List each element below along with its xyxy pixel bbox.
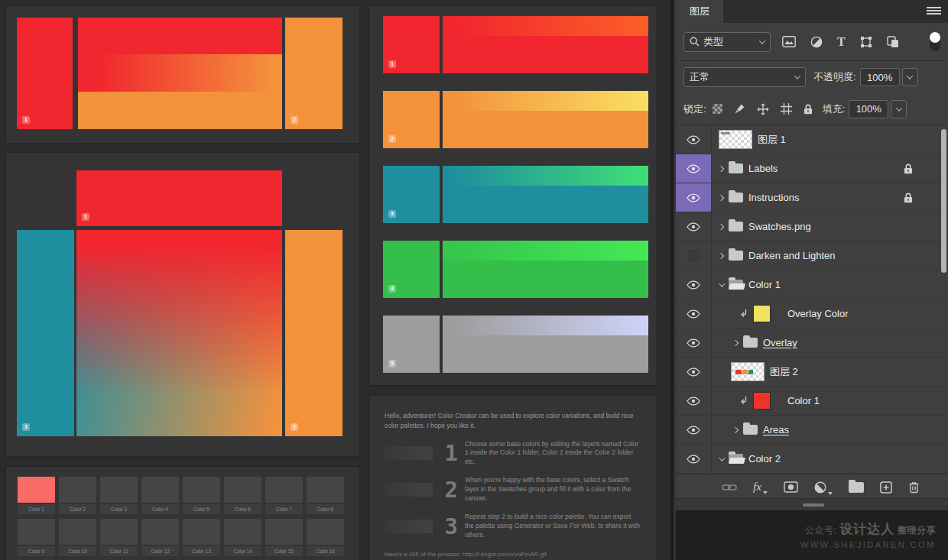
layer-name[interactable]: Overlay [763, 337, 797, 348]
visibility-toggle[interactable] [676, 212, 712, 241]
layer-thumbnail[interactable] [719, 130, 752, 149]
horizontal-scrollbar-thumb[interactable] [803, 503, 824, 507]
collapse-chevron-icon[interactable] [719, 455, 725, 461]
layer-name[interactable]: Swatches.png [748, 221, 811, 232]
layer-row-color-1-group[interactable]: Color 1 [676, 270, 948, 299]
layer-name[interactable]: Darken and Lighten [748, 250, 835, 261]
palette-swatch-filled [18, 477, 55, 503]
panel-menu-icon[interactable] [927, 7, 941, 15]
layer-name[interactable]: Color 1 [748, 279, 781, 290]
color-fill-thumbnail[interactable] [753, 305, 771, 322]
new-adjustment-layer-button[interactable] [814, 481, 833, 494]
expand-chevron-icon[interactable] [718, 165, 724, 171]
layer-row-color-1-fill[interactable]: Color 1 [676, 387, 948, 416]
color-bar-row-3: 3 [383, 166, 657, 223]
watermark-suffix: 整理分享 [898, 525, 936, 536]
layer-name[interactable]: Instructions [748, 192, 799, 203]
delete-layer-trash-button[interactable] [908, 481, 920, 494]
palette-label: Color 15 [265, 546, 303, 556]
palette-cell: Color 11 [100, 519, 138, 556]
step-number: 1 [440, 443, 458, 463]
visibility-toggle[interactable] [676, 416, 712, 444]
expand-chevron-icon[interactable] [718, 252, 724, 258]
fill-input[interactable]: 100% [849, 100, 888, 118]
visibility-toggle[interactable] [676, 154, 712, 183]
layer-row-color-2-group[interactable]: Color 2 [676, 445, 948, 474]
eye-icon [687, 426, 700, 435]
base-color-square: 1 [383, 16, 440, 73]
layer-row-darken-and-lighten[interactable]: Darken and Lighten [676, 241, 948, 270]
color-rect-red-1: 1 [17, 18, 73, 129]
visibility-toggle[interactable] [676, 299, 712, 328]
layer-name[interactable]: Color 1 [787, 395, 820, 406]
opacity-input[interactable]: 100% [860, 68, 900, 86]
visibility-toggle[interactable] [676, 358, 712, 386]
layer-thumbnail[interactable] [731, 362, 765, 381]
vertical-scrollbar-thumb[interactable] [941, 129, 946, 273]
palette-swatch-empty [265, 519, 303, 545]
filter-smart-objects-icon[interactable] [887, 36, 899, 48]
gradient-strip [443, 91, 648, 111]
palette-label: Color 7 [265, 504, 303, 514]
filter-shape-layers-icon[interactable] [860, 36, 872, 48]
collapse-chevron-icon[interactable] [719, 280, 725, 286]
visibility-toggle[interactable] [676, 445, 712, 473]
filter-type-dropdown[interactable]: 类型 [683, 32, 771, 52]
expand-chevron-icon[interactable] [718, 223, 724, 229]
filtering-toggle[interactable] [930, 32, 940, 51]
layer-row-labels[interactable]: Labels [676, 154, 948, 183]
layer-row-areas-group[interactable]: Areas [676, 416, 948, 445]
color-fill-thumbnail[interactable] [753, 392, 771, 409]
lock-all-icon[interactable] [804, 104, 813, 115]
panel-divider[interactable] [667, 0, 676, 560]
blend-mode-select[interactable]: 正常 [683, 67, 806, 87]
gradient-card-red-rect: 1 [76, 170, 282, 226]
visibility-toggle[interactable] [676, 329, 712, 357]
instruction-step-3: 3 Repeat step 2 to build a nice color pa… [385, 513, 641, 540]
step-placeholder-bar [385, 520, 433, 533]
layer-row-overlay-group[interactable]: Overlay [676, 329, 948, 358]
new-layer-button[interactable] [880, 481, 892, 494]
layer-name[interactable]: 图层 1 [758, 133, 786, 147]
base-color-square: 4 [383, 241, 440, 298]
lock-transparency-icon[interactable] [713, 104, 722, 114]
color-rect-banded [78, 18, 282, 129]
visibility-toggle[interactable] [676, 270, 712, 299]
lock-artboard-icon[interactable] [781, 103, 792, 115]
add-layer-mask-button[interactable] [784, 481, 798, 493]
shape-badge: 1 [82, 213, 89, 221]
tab-layers[interactable]: 图层 [676, 0, 723, 23]
layer-row-overlay-color[interactable]: Overlay Color [676, 299, 948, 329]
expand-chevron-icon[interactable] [718, 194, 724, 200]
palette-label: Color 11 [100, 546, 138, 556]
filter-type-layers-icon[interactable]: T [837, 36, 846, 48]
layer-name[interactable]: Areas [763, 424, 789, 435]
layer-name[interactable]: Overlay Color [787, 308, 848, 319]
visibility-toggle[interactable] [676, 183, 712, 212]
lock-row: 锁定: 填充: 100% [676, 93, 948, 125]
palette-swatch-empty [141, 477, 179, 503]
layer-row-swatches-png[interactable]: Swatches.png [676, 212, 948, 241]
visibility-toggle[interactable] [676, 125, 712, 154]
layer-row-instructions[interactable]: Instructions [676, 183, 948, 212]
lock-pixels-brush-icon[interactable] [734, 103, 745, 115]
expand-chevron-icon[interactable] [732, 426, 739, 432]
layer-name[interactable]: Color 2 [748, 453, 781, 465]
variation-bar [443, 91, 648, 148]
canvas-area[interactable]: 1 2 1 3 2 [0, 0, 667, 560]
visibility-toggle[interactable] [676, 241, 712, 270]
link-layers-button[interactable] [722, 483, 737, 492]
new-group-button[interactable] [849, 482, 864, 493]
filter-pixel-layers-icon[interactable] [782, 36, 796, 47]
opacity-dropdown-button[interactable] [902, 68, 918, 86]
layer-name[interactable]: 图层 2 [770, 365, 798, 379]
layer-name[interactable]: Labels [748, 163, 778, 174]
layer-row-tuceng1[interactable]: 图层 1 [676, 125, 948, 154]
expand-chevron-icon[interactable] [732, 339, 739, 345]
layer-row-tuceng2[interactable]: 图层 2 [676, 358, 948, 387]
visibility-toggle[interactable] [676, 387, 712, 415]
filter-adjustment-layers-icon[interactable] [810, 36, 823, 48]
lock-position-move-icon[interactable] [757, 103, 769, 115]
layer-style-fx-button[interactable]: fx [753, 481, 768, 493]
fill-dropdown-button[interactable] [891, 100, 907, 118]
